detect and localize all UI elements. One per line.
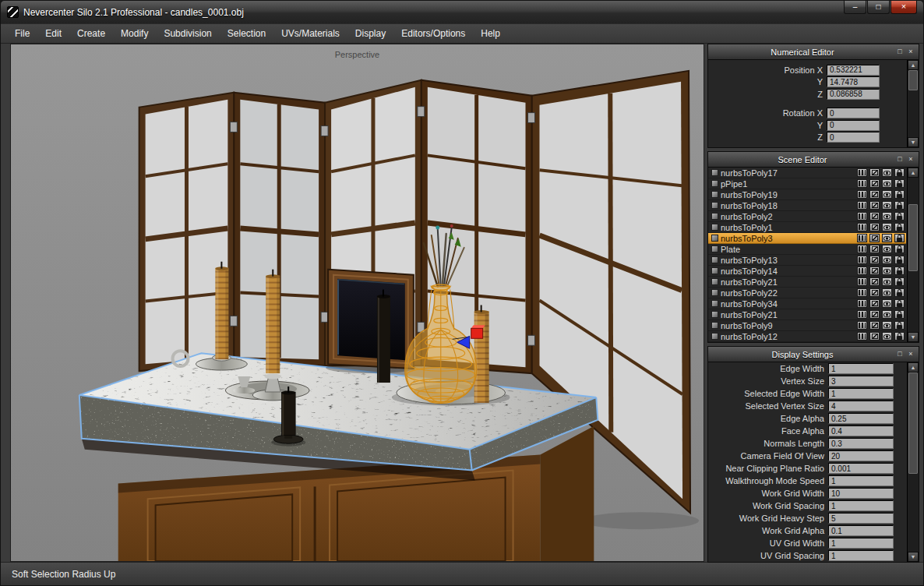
- scene-editor-scrollbar[interactable]: ▲ ▼: [907, 168, 919, 342]
- viewport-canvas[interactable]: [11, 44, 704, 561]
- panel-float-icon[interactable]: □: [895, 155, 905, 164]
- display-mode-toggle[interactable]: [857, 332, 867, 341]
- visibility-toggle[interactable]: [882, 332, 892, 341]
- setting-input[interactable]: [828, 438, 894, 449]
- menu-item[interactable]: Display: [347, 25, 393, 42]
- numeric-input[interactable]: [827, 120, 880, 131]
- visibility-toggle[interactable]: [882, 245, 892, 253]
- display-mode-toggle[interactable]: [857, 234, 867, 242]
- display-mode-toggle[interactable]: [857, 212, 867, 221]
- setting-input[interactable]: [828, 475, 894, 486]
- scene-object-row[interactable]: Plate: [708, 244, 906, 255]
- scroll-up-icon[interactable]: ▲: [908, 362, 919, 372]
- display-mode-toggle[interactable]: [857, 299, 867, 308]
- material-toggle[interactable]: [869, 310, 880, 319]
- numeric-input[interactable]: [827, 76, 880, 87]
- lock-toggle[interactable]: [894, 234, 905, 242]
- scroll-track[interactable]: [908, 178, 919, 332]
- menu-item[interactable]: Edit: [37, 25, 69, 42]
- display-mode-toggle[interactable]: [857, 277, 867, 286]
- numeric-input[interactable]: [827, 132, 880, 143]
- lock-toggle[interactable]: [894, 288, 905, 297]
- visibility-toggle[interactable]: [882, 277, 892, 286]
- material-toggle[interactable]: [869, 256, 880, 264]
- scroll-track[interactable]: [908, 70, 919, 137]
- scene-object-row[interactable]: pPipe1: [708, 178, 906, 189]
- setting-input[interactable]: [828, 401, 894, 411]
- material-toggle[interactable]: [869, 288, 880, 297]
- visibility-toggle[interactable]: [882, 179, 892, 188]
- panel-close-icon[interactable]: ×: [906, 155, 915, 164]
- display-mode-toggle[interactable]: [857, 245, 867, 253]
- menu-item[interactable]: Subdivision: [156, 25, 219, 42]
- lock-toggle[interactable]: [894, 321, 905, 330]
- scene-object-row[interactable]: nurbsToPoly14: [708, 266, 906, 277]
- lock-toggle[interactable]: [894, 179, 905, 188]
- display-mode-toggle[interactable]: [857, 310, 867, 319]
- display-mode-toggle[interactable]: [857, 321, 867, 330]
- visibility-toggle[interactable]: [882, 299, 892, 308]
- titlebar[interactable]: Nevercenter Silo 2.1 Professional - cand…: [1, 1, 923, 23]
- material-toggle[interactable]: [869, 201, 880, 210]
- scene-object-row[interactable]: nurbsToPoly34: [708, 298, 906, 309]
- numeric-input[interactable]: [827, 65, 880, 76]
- setting-input[interactable]: [828, 488, 894, 499]
- lock-toggle[interactable]: [894, 299, 905, 308]
- scene-object-row[interactable]: nurbsToPoly17: [708, 168, 906, 178]
- material-toggle[interactable]: [869, 321, 880, 330]
- scroll-thumb[interactable]: [908, 204, 918, 271]
- lock-toggle[interactable]: [894, 267, 905, 275]
- lock-toggle[interactable]: [894, 223, 905, 231]
- scene-object-row[interactable]: nurbsToPoly1: [708, 222, 906, 233]
- setting-input[interactable]: [828, 550, 894, 561]
- visibility-toggle[interactable]: [882, 234, 892, 242]
- lock-toggle[interactable]: [894, 245, 905, 253]
- menu-item[interactable]: Create: [69, 25, 113, 42]
- scroll-up-icon[interactable]: ▲: [908, 60, 919, 70]
- maximize-button[interactable]: □: [867, 1, 890, 14]
- material-toggle[interactable]: [869, 234, 880, 242]
- setting-input[interactable]: [828, 450, 894, 461]
- display-mode-toggle[interactable]: [857, 256, 867, 264]
- scroll-thumb[interactable]: [908, 70, 918, 90]
- visibility-toggle[interactable]: [882, 223, 892, 231]
- setting-input[interactable]: [828, 425, 894, 436]
- display-mode-toggle[interactable]: [857, 223, 867, 231]
- scroll-up-icon[interactable]: ▲: [908, 168, 919, 178]
- minimize-button[interactable]: –: [844, 1, 866, 14]
- lock-toggle[interactable]: [894, 190, 905, 199]
- lock-toggle[interactable]: [894, 256, 905, 264]
- setting-input[interactable]: [828, 413, 894, 424]
- scroll-down-icon[interactable]: ▼: [908, 552, 919, 562]
- setting-input[interactable]: [828, 363, 894, 374]
- visibility-toggle[interactable]: [882, 168, 892, 177]
- scene-object-row[interactable]: nurbsToPoly3: [708, 233, 906, 244]
- scene-object-row[interactable]: nurbsToPoly2: [708, 211, 906, 222]
- lock-toggle[interactable]: [894, 310, 905, 319]
- material-toggle[interactable]: [869, 179, 880, 188]
- scroll-down-icon[interactable]: ▼: [908, 332, 919, 342]
- material-toggle[interactable]: [869, 223, 880, 231]
- menu-item[interactable]: Help: [473, 25, 508, 42]
- lock-toggle[interactable]: [894, 212, 905, 221]
- scene-object-row[interactable]: nurbsToPoly12: [708, 331, 906, 342]
- display-mode-toggle[interactable]: [857, 201, 867, 210]
- material-toggle[interactable]: [869, 299, 880, 308]
- panel-float-icon[interactable]: □: [895, 350, 905, 359]
- material-toggle[interactable]: [869, 277, 880, 286]
- setting-input[interactable]: [828, 525, 894, 536]
- setting-input[interactable]: [828, 376, 894, 387]
- panel-close-icon[interactable]: ×: [906, 48, 915, 57]
- scene-object-row[interactable]: nurbsToPoly9: [708, 320, 906, 331]
- lock-toggle[interactable]: [894, 332, 905, 341]
- material-toggle[interactable]: [869, 245, 880, 253]
- menu-item[interactable]: UVs/Materials: [273, 25, 347, 42]
- scene-object-row[interactable]: nurbsToPoly21: [708, 309, 906, 320]
- display-mode-toggle[interactable]: [857, 190, 867, 199]
- visibility-toggle[interactable]: [882, 256, 892, 264]
- visibility-toggle[interactable]: [882, 212, 892, 221]
- material-toggle[interactable]: [869, 332, 880, 341]
- setting-input[interactable]: [828, 513, 894, 524]
- scene-object-row[interactable]: nurbsToPoly22: [708, 288, 906, 298]
- lock-toggle[interactable]: [894, 168, 905, 177]
